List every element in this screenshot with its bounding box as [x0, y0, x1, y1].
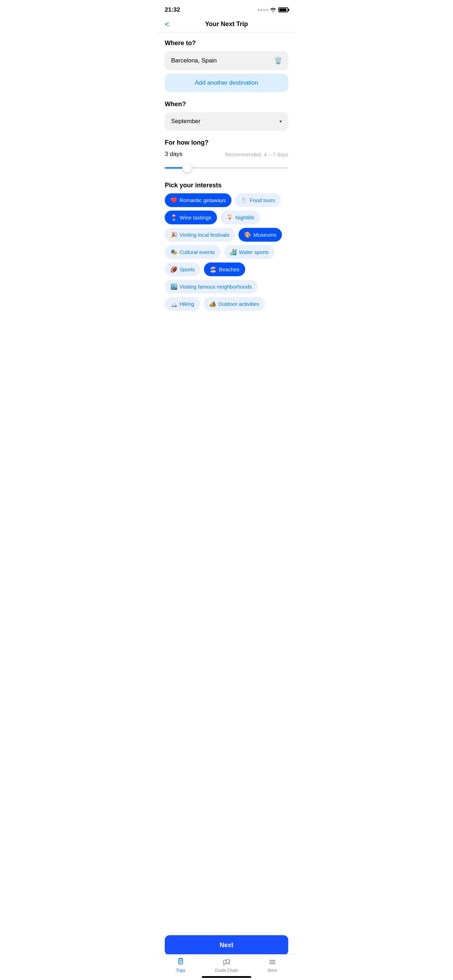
interests-section: Pick your interests ❤️Romantic getaways🍴…: [165, 182, 288, 311]
interest-chip-romantic[interactable]: ❤️Romantic getaways: [165, 193, 231, 207]
signal-icon: [257, 9, 268, 11]
interest-chip-museums[interactable]: 🎨Museums: [238, 228, 282, 242]
where-to-section: Where to? Barcelona, Spain 🗑️ Add anothe…: [165, 40, 288, 92]
chip-emoji-festivals: 🎉: [170, 231, 178, 238]
when-label: When?: [165, 100, 288, 108]
page-title: Your Next Trip: [205, 21, 248, 28]
interest-chip-food[interactable]: 🍴Food tours: [235, 193, 281, 207]
back-button[interactable]: <: [165, 20, 169, 29]
delete-destination-icon[interactable]: 🗑️: [274, 57, 282, 65]
chip-emoji-romantic: ❤️: [170, 197, 178, 204]
chip-emoji-museums: 🎨: [244, 231, 251, 238]
status-bar: 21:32: [158, 0, 295, 18]
selected-month: September: [171, 118, 200, 125]
chip-emoji-watersports: 🏄: [230, 249, 237, 255]
chip-label-cultural: Cultural events: [180, 249, 215, 255]
chip-label-hiking: Hiking: [180, 301, 194, 307]
wifi-icon: [270, 7, 276, 12]
interests-container: ❤️Romantic getaways🍴Food tours🍷Wine tast…: [165, 193, 288, 311]
interest-chip-neighborhoods[interactable]: 🏙️Visiting famous neighborhoods: [165, 280, 257, 294]
chip-label-wine: Wine tastings: [180, 215, 211, 221]
chip-label-sports: Sports: [180, 266, 195, 272]
when-section: When? September ▾: [165, 100, 288, 130]
chip-label-food: Food tours: [250, 197, 275, 203]
duration-slider-container: [165, 162, 288, 173]
destination-value: Barcelona, Spain: [171, 57, 217, 64]
chip-emoji-food: 🍴: [241, 197, 248, 204]
chip-emoji-sports: 🏈: [170, 266, 178, 273]
add-destination-button[interactable]: Add another destination: [165, 74, 288, 92]
chip-label-watersports: Water sports: [239, 249, 269, 255]
chip-emoji-neighborhoods: 🏙️: [170, 283, 178, 290]
status-icons: [257, 7, 288, 12]
interest-chip-outdoor[interactable]: 🏕️Outdoor activities: [203, 297, 265, 311]
duration-value: 3 days: [165, 151, 183, 158]
interest-chip-cultural[interactable]: 🎭Cultural events: [165, 245, 221, 259]
interest-chip-wine[interactable]: 🍷Wine tastings: [165, 211, 217, 224]
interest-chip-festivals[interactable]: 🎉Visiting local festivals: [165, 228, 235, 242]
interest-chip-sports[interactable]: 🏈Sports: [165, 262, 200, 276]
chip-label-festivals: Visiting local festivals: [180, 232, 229, 238]
chip-label-romantic: Romantic getaways: [180, 197, 226, 203]
destination-field: Barcelona, Spain 🗑️: [165, 51, 288, 70]
month-dropdown[interactable]: September ▾: [165, 112, 288, 130]
status-time: 21:32: [165, 6, 180, 13]
chip-label-neighborhoods: Visiting famous neighborhoods: [180, 284, 252, 290]
chip-label-museums: Museums: [253, 232, 276, 238]
duration-row: 3 days Recommended: 4 – 7 days: [165, 151, 288, 158]
interest-chip-hiking[interactable]: 🏔️Hiking: [165, 297, 200, 311]
nav-header: < Your Next Trip: [158, 18, 295, 32]
chip-emoji-outdoor: 🏕️: [209, 301, 216, 307]
duration-section: For how long? 3 days Recommended: 4 – 7 …: [165, 139, 288, 173]
interests-label: Pick your interests: [165, 182, 288, 189]
interest-chip-nightlife[interactable]: 🍹Nightlife: [221, 211, 260, 224]
chip-label-outdoor: Outdoor activities: [218, 301, 259, 307]
interest-chip-beaches[interactable]: 🏖️Beaches: [204, 262, 245, 276]
chip-label-nightlife: Nightlife: [235, 215, 254, 221]
chip-label-beaches: Beaches: [219, 266, 239, 272]
chip-emoji-nightlife: 🍹: [226, 214, 233, 221]
main-content: Where to? Barcelona, Spain 🗑️ Add anothe…: [158, 32, 295, 355]
chip-emoji-hiking: 🏔️: [170, 301, 178, 307]
duration-recommended: Recommended: 4 – 7 days: [225, 151, 288, 158]
duration-label: For how long?: [165, 139, 288, 146]
interest-chip-watersports[interactable]: 🏄Water sports: [224, 245, 274, 259]
chip-emoji-beaches: 🏖️: [210, 266, 217, 273]
chevron-down-icon: ▾: [280, 119, 282, 124]
where-to-label: Where to?: [165, 40, 288, 47]
battery-icon: [278, 7, 288, 12]
chip-emoji-cultural: 🎭: [170, 249, 178, 255]
chip-emoji-wine: 🍷: [170, 214, 178, 221]
